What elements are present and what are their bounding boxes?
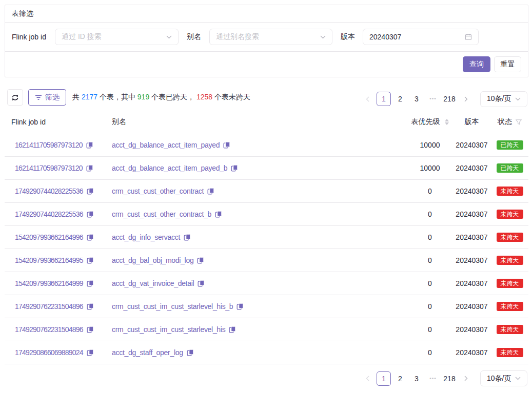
- column-header-alias: 别名: [112, 117, 407, 127]
- copy-icon[interactable]: [223, 141, 230, 149]
- page-button-1[interactable]: 1: [377, 371, 391, 386]
- flink-job-id-link[interactable]: 1749290762231504896: [15, 325, 94, 334]
- table-row: 1621411705987973120 acct_dg_balance_acct…: [5, 157, 528, 180]
- flink-job-id-link[interactable]: 1542097993662164995: [15, 256, 94, 264]
- version-value: 20240307: [452, 187, 491, 195]
- chevron-down-icon: [166, 35, 172, 39]
- flink-job-id-label: Flink job id: [12, 33, 47, 41]
- page-size-select[interactable]: 10条/页: [480, 370, 527, 386]
- page-button-last[interactable]: 218: [442, 92, 457, 106]
- copy-icon[interactable]: [87, 326, 94, 333]
- status-badge: 未跨天: [497, 233, 523, 242]
- chevron-down-icon: [515, 377, 521, 380]
- alias-link[interactable]: crm_cust_cust_other_contract_b: [112, 210, 222, 218]
- filter-funnel-icon[interactable]: [516, 119, 522, 125]
- alias-label: 别名: [187, 32, 201, 42]
- page-button-2[interactable]: 2: [393, 92, 407, 106]
- next-page-button[interactable]: [459, 92, 473, 106]
- flink-job-id-link[interactable]: 1542097993662164999: [15, 279, 94, 287]
- status-badge: 未跨天: [497, 325, 523, 334]
- copy-icon[interactable]: [87, 234, 94, 241]
- table-row: 1749290762231504896 crm_cust_cust_im_cus…: [5, 318, 528, 341]
- page-size-select[interactable]: 10条/页: [480, 91, 527, 107]
- status-badge: 已跨天: [497, 163, 523, 173]
- alias-link[interactable]: acct_dg_vat_invoice_detail: [112, 279, 205, 287]
- alias-link[interactable]: acct_dg_bal_obj_modi_log: [112, 256, 204, 264]
- alias-link[interactable]: acct_dg_balance_acct_item_payed_b: [112, 164, 238, 172]
- flink-job-id-link[interactable]: 1749290744028225536: [15, 187, 94, 195]
- next-page-button[interactable]: [459, 371, 473, 386]
- copy-icon[interactable]: [87, 303, 94, 310]
- filter-button[interactable]: 筛选: [28, 89, 66, 106]
- copy-icon[interactable]: [86, 141, 93, 149]
- copy-icon[interactable]: [215, 211, 222, 218]
- refresh-button[interactable]: [7, 89, 23, 106]
- page-button-3[interactable]: 3: [409, 92, 424, 106]
- pagination-bottom: 1 2 3 ••• 218 10条/页: [5, 370, 527, 386]
- alias-link[interactable]: crm_cust_cust_im_cust_starlevel_his: [112, 325, 236, 334]
- copy-icon[interactable]: [87, 257, 94, 264]
- column-header-status[interactable]: 状态: [491, 117, 528, 127]
- alias-select[interactable]: 通过别名搜索: [209, 29, 332, 45]
- not-crossed-count: 1258: [196, 93, 212, 101]
- chevron-left-icon: [366, 376, 369, 381]
- copy-icon[interactable]: [207, 188, 214, 195]
- version-value: 20240307: [452, 279, 491, 287]
- copy-icon[interactable]: [237, 303, 244, 310]
- alias-link[interactable]: acct_dg_info_servacct: [112, 233, 191, 241]
- flink-job-id-link[interactable]: 1749290744028225536: [15, 210, 94, 218]
- version-date-input[interactable]: 20240307: [363, 29, 479, 45]
- prev-page-button[interactable]: [360, 371, 375, 386]
- copy-icon[interactable]: [198, 280, 205, 287]
- page-button-3[interactable]: 3: [409, 371, 424, 386]
- status-badge: 已跨天: [497, 140, 523, 150]
- priority-value: 0: [407, 256, 452, 264]
- copy-icon[interactable]: [87, 188, 94, 195]
- copy-icon[interactable]: [229, 326, 236, 333]
- priority-value: 0: [407, 279, 452, 287]
- search-button[interactable]: 查询: [463, 56, 490, 72]
- flink-job-id-link[interactable]: 1621411705987973120: [15, 141, 93, 149]
- filter-card: 表筛选 Flink job id 通过 ID 搜索 别名 通过别名搜索 版本 2…: [5, 5, 528, 77]
- prev-page-button[interactable]: [360, 92, 375, 106]
- priority-value: 0: [407, 233, 452, 241]
- table-header: Flink job id 别名 表优先级 版本 状态: [5, 110, 528, 134]
- page-button-1[interactable]: 1: [377, 92, 391, 106]
- copy-icon[interactable]: [87, 211, 94, 218]
- reset-button[interactable]: 重置: [494, 56, 521, 72]
- copy-icon[interactable]: [87, 349, 94, 356]
- copy-icon[interactable]: [187, 349, 194, 356]
- alias-link[interactable]: crm_cust_cust_im_cust_starlevel_his_b: [112, 302, 244, 311]
- page-ellipsis[interactable]: •••: [426, 371, 440, 386]
- filter-actions: 查询 重置: [5, 52, 528, 77]
- copy-icon[interactable]: [86, 164, 93, 172]
- column-header-flink-job-id: Flink job id: [5, 118, 112, 126]
- alias-link[interactable]: crm_cust_cust_other_contract: [112, 187, 214, 195]
- refresh-icon: [11, 94, 19, 101]
- priority-value: 10000: [407, 141, 452, 149]
- alias-link[interactable]: acct_dg_staff_oper_log: [112, 348, 194, 357]
- page-button-2[interactable]: 2: [393, 371, 407, 386]
- table-row: 1749290744028225536 crm_cust_cust_other_…: [5, 203, 528, 226]
- copy-icon[interactable]: [87, 280, 94, 287]
- version-value: 20240307: [452, 210, 491, 218]
- alias-link[interactable]: acct_dg_balance_acct_item_payed: [112, 141, 230, 149]
- table-row: 1542097993662164999 acct_dg_vat_invoice_…: [5, 272, 528, 295]
- filter-button-label: 筛选: [45, 93, 60, 102]
- priority-value: 0: [407, 348, 452, 357]
- column-header-priority[interactable]: 表优先级: [407, 117, 452, 127]
- flink-job-id-link[interactable]: 1749290866069889024: [15, 348, 94, 357]
- flink-job-id-link[interactable]: 1542097993662164996: [15, 233, 94, 241]
- version-value: 20240307: [452, 141, 491, 149]
- page-ellipsis[interactable]: •••: [426, 92, 440, 106]
- copy-icon[interactable]: [184, 234, 191, 241]
- sort-icon[interactable]: [445, 119, 449, 125]
- chevron-left-icon: [366, 96, 369, 102]
- copy-icon[interactable]: [197, 257, 204, 264]
- flink-job-id-select[interactable]: 通过 ID 搜索: [55, 29, 179, 45]
- flink-job-id-link[interactable]: 1749290762231504896: [15, 302, 94, 311]
- flink-job-id-link[interactable]: 1621411705987973120: [15, 164, 93, 172]
- copy-icon[interactable]: [231, 164, 238, 172]
- page-button-last[interactable]: 218: [442, 371, 457, 386]
- version-value: 20240307: [452, 164, 491, 172]
